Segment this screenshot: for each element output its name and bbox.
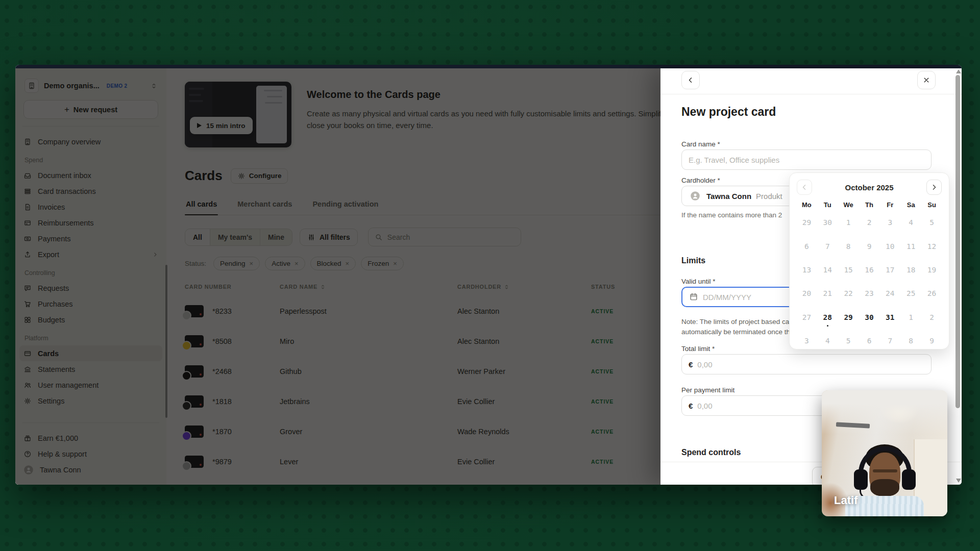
- spend-controls-heading: Spend controls: [681, 448, 741, 457]
- calendar-day: 7: [879, 329, 900, 353]
- calendar-day: 20: [796, 282, 817, 305]
- calendar-day: 7: [817, 234, 838, 258]
- calendar-day: 9: [859, 234, 880, 258]
- calendar-day-header: Mo: [796, 198, 817, 211]
- calendar-day: 10: [879, 234, 900, 258]
- calendar-day[interactable]: 29: [838, 306, 859, 329]
- back-button[interactable]: [681, 71, 700, 89]
- calendar-day-header: Tu: [817, 198, 838, 211]
- date-picker-popup: October 2025 MoTuWeThFrSaSu2930123456789…: [789, 172, 949, 349]
- calendar-day: 21: [817, 282, 838, 305]
- calendar-day: 16: [859, 258, 880, 282]
- app-window: Demo organis... DEMO 2 + New request Com…: [15, 65, 962, 485]
- cardholder-role: Produkt: [756, 192, 782, 201]
- calendar-day: 5: [838, 329, 859, 353]
- drawer-title: New project card: [681, 105, 937, 119]
- calendar-day: 8: [838, 234, 859, 258]
- total-limit-input[interactable]: € 0,00: [681, 354, 932, 374]
- valid-until-label: Valid until *: [681, 278, 716, 285]
- calendar-next-month-button[interactable]: [926, 180, 942, 195]
- calendar-day-header: Fr: [879, 198, 900, 211]
- headphone-cup-right: [902, 469, 916, 490]
- total-limit-label: Total limit *: [681, 345, 715, 353]
- calendar-day-header: Sa: [900, 198, 921, 211]
- headphone-cup-left: [854, 469, 868, 490]
- calendar-day-header: We: [838, 198, 859, 211]
- cardholder-name: Tawna Conn: [706, 192, 751, 201]
- person-beard: [870, 479, 899, 496]
- per-payment-placeholder: 0,00: [697, 402, 712, 410]
- drawer-scrollbar-thumb[interactable]: [955, 75, 960, 408]
- calendar-day: 3: [879, 211, 900, 234]
- per-payment-limit-label: Per payment limit: [681, 386, 734, 394]
- calendar-day: 8: [900, 329, 921, 353]
- calendar-day: 30: [817, 211, 838, 234]
- calendar-day: 27: [796, 306, 817, 329]
- calendar-day: 13: [796, 258, 817, 282]
- cardholder-helper-text: If the name contains more than 2: [681, 211, 782, 219]
- calendar-day: 12: [921, 234, 942, 258]
- calendar-day: 15: [838, 258, 859, 282]
- calendar-day: 25: [900, 282, 921, 305]
- calendar-day: 29: [796, 211, 817, 234]
- webcam-name-label: Latif: [834, 494, 857, 507]
- total-limit-placeholder: 0,00: [697, 360, 712, 369]
- calendar-day: 26: [921, 282, 942, 305]
- calendar-day: 2: [859, 211, 880, 234]
- calendar-day[interactable]: 30: [859, 306, 880, 329]
- calendar-day[interactable]: 31: [879, 306, 900, 329]
- card-name-input[interactable]: E.g. Travel, Office supplies: [681, 149, 932, 170]
- calendar-icon: [689, 292, 698, 302]
- calendar-day: 3: [796, 329, 817, 353]
- calendar-day: 4: [817, 329, 838, 353]
- card-name-placeholder: E.g. Travel, Office supplies: [689, 156, 779, 164]
- webcam-overlay: Latif: [822, 390, 947, 516]
- calendar-day-header: Th: [859, 198, 880, 211]
- card-name-label: Card name *: [681, 140, 720, 148]
- avatar-icon: [689, 189, 702, 203]
- currency-symbol: €: [689, 360, 693, 369]
- calendar-day: 11: [900, 234, 921, 258]
- calendar-day-today[interactable]: 28: [817, 306, 838, 329]
- close-button[interactable]: [917, 71, 936, 89]
- calendar-day: 9: [921, 329, 942, 353]
- calendar-day: 1: [838, 211, 859, 234]
- calendar-day-header: Su: [921, 198, 942, 211]
- calendar-day: 18: [900, 258, 921, 282]
- calendar-month-title: October 2025: [812, 183, 926, 192]
- calendar-day: 6: [859, 329, 880, 353]
- date-placeholder: DD/MM/YYYY: [703, 293, 751, 302]
- calendar-day: 19: [921, 258, 942, 282]
- calendar-day: 5: [921, 211, 942, 234]
- scrollbar-up-arrow[interactable]: [956, 69, 961, 73]
- calendar-prev-month-button[interactable]: [797, 180, 812, 195]
- calendar-day: 6: [796, 234, 817, 258]
- limits-heading: Limits: [681, 256, 705, 265]
- calendar-day: 17: [879, 258, 900, 282]
- calendar-day: 2: [921, 306, 942, 329]
- calendar-day: 1: [900, 306, 921, 329]
- calendar-day: 4: [900, 211, 921, 234]
- currency-symbol: €: [689, 402, 693, 410]
- calendar-day: 14: [817, 258, 838, 282]
- scrollbar-down-arrow[interactable]: [956, 479, 961, 483]
- cardholder-label: Cardholder *: [681, 177, 720, 184]
- calendar-day: 23: [859, 282, 880, 305]
- calendar-day: 22: [838, 282, 859, 305]
- calendar-day: 24: [879, 282, 900, 305]
- drawer-header-divider: [660, 94, 962, 94]
